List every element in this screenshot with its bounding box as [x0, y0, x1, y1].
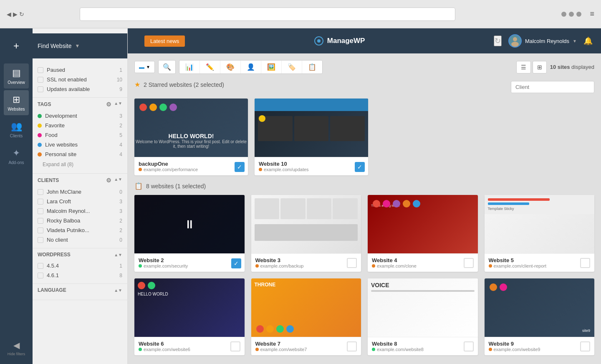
paused-checkbox[interactable] [38, 67, 43, 73]
lara-checkbox[interactable] [38, 199, 43, 205]
website7-checkbox[interactable] [347, 341, 357, 351]
food-label: Food [45, 132, 58, 138]
notification-bell-icon[interactable]: 🔔 [583, 36, 593, 46]
sidebar-item-overview[interactable]: ▤ Overview [4, 63, 29, 88]
wp461-checkbox[interactable] [38, 273, 43, 278]
tag-personal-site[interactable]: Personal site 4 [38, 149, 122, 159]
expand-all-button[interactable]: Expand all (8) [38, 159, 122, 170]
latest-news-button[interactable]: Latest news [144, 35, 185, 47]
browser-menu-button[interactable]: ≡ [590, 10, 594, 18]
tags-sort-icon[interactable]: ▲▼ [114, 101, 122, 108]
website4-details: Website 4 example.com/clone [372, 257, 417, 268]
malcolm-checkbox[interactable] [38, 208, 43, 214]
w7-title: THRONE [255, 282, 358, 288]
client-john[interactable]: John McClane 0 [38, 187, 122, 197]
website10-info: Website 10 example.com/updates ✓ [255, 157, 368, 175]
tag-live-websites[interactable]: Live websites 4 [38, 140, 122, 149]
starred-websites-grid: HELLO WORLD! Welcome to WordPress. This … [134, 99, 368, 175]
website2-checkbox[interactable]: ✓ [231, 258, 241, 268]
john-checkbox[interactable] [38, 189, 43, 195]
client-lara[interactable]: Lara Croft 3 [38, 197, 122, 206]
circle-red [139, 104, 147, 111]
updates-checkbox[interactable] [38, 86, 43, 92]
website5-checkbox[interactable] [580, 258, 590, 268]
svg-point-4 [511, 42, 519, 47]
grid-view-button[interactable]: ⊞ [533, 61, 547, 73]
website-card-website7: THRONE Website 7 [251, 278, 361, 355]
websites-icon: ⊞ [13, 94, 20, 105]
search-icon: 🔍 [163, 63, 171, 71]
ssl-checkbox[interactable] [38, 77, 43, 83]
address-bar[interactable] [80, 8, 455, 21]
refresh-sites-button[interactable]: ↻ [494, 35, 502, 46]
client-rocky[interactable]: Rocky Balboa 2 [38, 216, 122, 225]
wp-461[interactable]: 4.6.1 8 [38, 270, 122, 280]
backupone-name: backupOne [139, 161, 198, 167]
sidebar-item-clients[interactable]: 👥 Clients [4, 117, 29, 142]
refresh-button[interactable]: ↻ [19, 11, 24, 18]
doc-icon: 📋 [134, 182, 143, 190]
sidebar-item-hide-filters[interactable]: ◀ Hide filters [4, 336, 29, 361]
website9-name: Website 9 [489, 341, 540, 347]
website3-checkbox[interactable] [347, 258, 357, 268]
backupone-checkbox[interactable]: ✓ [235, 162, 245, 172]
malcolm-count: 3 [119, 208, 122, 214]
website6-details: Website 6 example.com/website6 [139, 341, 190, 352]
filter-sidebar: Find Website ▼ Paused 1 SSL not enabled … [33, 28, 128, 364]
filter-updates[interactable]: Updates available 9 [38, 84, 122, 94]
website3-name: Website 3 [255, 257, 304, 263]
backupone-circles [139, 104, 177, 111]
tag-food[interactable]: Food 5 [38, 130, 122, 140]
browser-dots [561, 12, 581, 17]
user-icon-button[interactable]: 👤 [241, 61, 261, 73]
website6-circles [138, 282, 241, 289]
tags-section: Tags ⚙ ▲▼ Development 3 Favorite 2 [33, 98, 127, 174]
image-icon-button[interactable]: 🖼️ [261, 61, 282, 73]
tags-gear-icon[interactable]: ⚙ [106, 101, 111, 108]
website9-checkbox[interactable] [580, 341, 590, 351]
clients-sort-icon[interactable]: ▲▼ [114, 177, 122, 184]
website9-url: example.com/website9 [489, 347, 540, 352]
website4-checkbox[interactable] [464, 258, 474, 268]
none-checkbox[interactable] [38, 237, 43, 243]
website7-content: THRONE [251, 278, 361, 291]
list-view-button[interactable]: ☰ [516, 61, 531, 73]
clients-gear-icon[interactable]: ⚙ [106, 177, 111, 184]
rocky-checkbox[interactable] [38, 218, 43, 224]
tag-icon-button[interactable]: 🏷️ [282, 61, 302, 73]
client-filter-input[interactable] [511, 81, 594, 93]
starred-title: 2 Starred websites (2 selected) [144, 81, 224, 88]
chart-icon-button[interactable]: 📊 [179, 61, 200, 73]
clipboard-icon-button[interactable]: 📋 [302, 61, 322, 73]
website10-checkbox[interactable]: ✓ [355, 162, 365, 172]
client-vladeta[interactable]: Vladeta Putniko... 2 [38, 225, 122, 235]
tag-development[interactable]: Development 3 [38, 111, 122, 121]
language-sort-icon[interactable]: ▲▼ [114, 288, 122, 293]
back-button[interactable]: ◀ [7, 11, 11, 18]
filter-button[interactable]: ▬ ▼ [134, 61, 155, 73]
wp-454[interactable]: 4.5.4 1 [38, 261, 122, 270]
filter-ssl[interactable]: SSL not enabled 10 [38, 75, 122, 84]
wp454-checkbox[interactable] [38, 263, 43, 269]
website8-checkbox[interactable] [464, 341, 474, 351]
add-button[interactable]: + [4, 33, 29, 58]
vladeta-label: Vladeta Putniko... [47, 227, 89, 233]
sidebar-item-addons[interactable]: ✦ Add-ons [4, 144, 29, 169]
clients-label: Clients [10, 134, 23, 138]
wordpress-sort-icon[interactable]: ▲▼ [114, 253, 122, 257]
website6-checkbox[interactable] [230, 341, 240, 351]
user-menu[interactable]: Malcolm Reynolds ▼ [508, 34, 577, 48]
live-label: Live websites [45, 142, 78, 148]
client-malcolm[interactable]: Malcolm Reynol... 3 [38, 206, 122, 216]
client-none[interactable]: No client 0 [38, 235, 122, 245]
palette-icon-button[interactable]: 🎨 [220, 61, 241, 73]
search-button[interactable]: 🔍 [158, 60, 176, 74]
sidebar-item-websites[interactable]: ⊞ Websites [4, 90, 29, 115]
personal-color-dot [38, 152, 42, 157]
filter-paused[interactable]: Paused 1 [38, 65, 122, 75]
edit-icon-button[interactable]: ✏️ [200, 61, 220, 73]
app-logo: ManageWP [192, 36, 487, 46]
vladeta-checkbox[interactable] [38, 228, 43, 233]
forward-button[interactable]: ▶ [13, 11, 18, 18]
tag-favorite[interactable]: Favorite 2 [38, 121, 122, 130]
